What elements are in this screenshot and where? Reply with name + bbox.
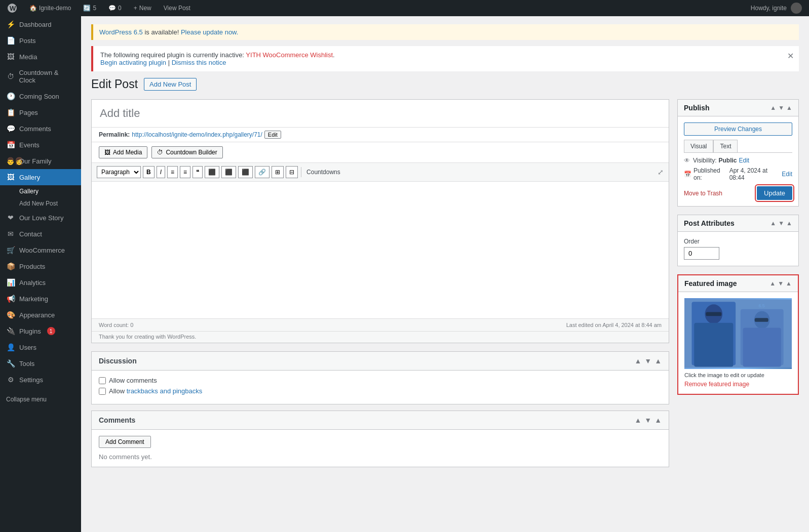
permalink-bar: Permalink: http://localhost/ignite-demo/… xyxy=(92,128,669,142)
move-to-trash-link[interactable]: Move to Trash xyxy=(684,190,722,197)
admin-bar-updates[interactable]: 🔄 5 xyxy=(80,5,99,12)
allow-comments-checkbox[interactable] xyxy=(99,377,106,384)
permalink-edit-button[interactable]: Edit xyxy=(264,131,281,139)
comments-collapse-up[interactable]: ▲ xyxy=(634,416,641,424)
update-button[interactable]: Update xyxy=(757,186,792,200)
sidebar-item-posts[interactable]: 📄 Posts xyxy=(0,32,81,49)
post-attr-expand-icon[interactable]: ▲ xyxy=(786,220,792,227)
sidebar-item-appearance[interactable]: 🎨 Appearance xyxy=(0,307,81,323)
remove-featured-image-link[interactable]: Remove featured image xyxy=(684,381,749,388)
discussion-expand[interactable]: ▲ xyxy=(654,357,662,365)
sidebar-sub-add-new-post[interactable]: Add New Post xyxy=(0,197,81,210)
sidebar-item-analytics[interactable]: 📊 Analytics xyxy=(0,274,81,291)
bold-button[interactable]: B xyxy=(143,166,155,178)
order-input[interactable] xyxy=(684,247,719,260)
discussion-collapse-down[interactable]: ▼ xyxy=(644,357,651,365)
sidebar-item-countdown[interactable]: ⏱ Countdown & Clock xyxy=(0,65,81,88)
admin-bar-site-name[interactable]: 🏠 Ignite-demo xyxy=(26,5,74,12)
align-left-button[interactable]: ⬛ xyxy=(205,166,219,178)
sidebar-item-products[interactable]: 📦 Products xyxy=(0,258,81,274)
align-right-button[interactable]: ⬛ xyxy=(238,166,253,178)
sidebar-sub-gallery[interactable]: Gallery xyxy=(0,185,81,197)
ordered-list-button[interactable]: ≡ xyxy=(180,166,190,178)
visibility-edit-link[interactable]: Edit xyxy=(739,157,749,164)
publish-down-icon[interactable]: ▼ xyxy=(778,104,784,111)
sidebar-item-users[interactable]: 👤 Users xyxy=(0,339,81,355)
activate-plugin-link[interactable]: Begin activating plugin xyxy=(100,59,166,66)
expand-editor-button[interactable]: ⤢ xyxy=(658,168,664,176)
sidebar-item-our-love-story[interactable]: ❤ Our Love Story xyxy=(0,210,81,226)
admin-bar-wp-logo[interactable]: W xyxy=(4,3,20,13)
page-title: Edit Post xyxy=(91,77,138,91)
admin-bar-howdy[interactable]: Howdy, ignite xyxy=(748,3,805,14)
post-attributes-controls[interactable]: ▲ ▼ ▲ xyxy=(770,220,792,227)
sidebar-item-tools[interactable]: 🔧 Tools xyxy=(0,355,81,372)
admin-bar-view-post[interactable]: View Post xyxy=(161,5,194,12)
admin-bar-comments[interactable]: 💬 0 xyxy=(105,5,125,12)
visual-tab[interactable]: Visual xyxy=(684,140,713,152)
sidebar-item-pages[interactable]: 📋 Pages xyxy=(0,104,81,120)
sidebar-item-dashboard[interactable]: ⚡ Dashboard xyxy=(0,16,81,32)
permalink-url-link[interactable]: http://localhost/ignite-demo/index.php/g… xyxy=(132,131,262,138)
comments-controls[interactable]: ▲ ▼ ▲ xyxy=(634,416,662,424)
align-center-button[interactable]: ⬛ xyxy=(221,166,236,178)
comments-expand[interactable]: ▲ xyxy=(654,416,662,424)
sidebar-item-woocommerce[interactable]: 🛒 WooCommerce xyxy=(0,242,81,258)
published-on-edit-link[interactable]: Edit xyxy=(782,171,792,178)
featured-image-preview[interactable]: 6.5 xyxy=(684,298,792,369)
countdowns-label: Countdowns xyxy=(306,169,340,176)
please-update-link[interactable]: Please update now. xyxy=(181,28,238,36)
wordpress-credit-link[interactable]: WordPress xyxy=(167,334,195,340)
comments-collapse-down[interactable]: ▼ xyxy=(644,416,651,424)
featured-image-caption: Click the image to edit or update xyxy=(684,372,792,378)
dismiss-notice-link[interactable]: Dismiss this notice xyxy=(172,59,226,66)
discussion-controls[interactable]: ▲ ▼ ▲ xyxy=(634,357,662,365)
sidebar-item-our-family[interactable]: 👨‍👩 Our Family xyxy=(0,153,81,169)
sidebar-item-contact[interactable]: ✉ Contact xyxy=(0,226,81,242)
admin-bar-new[interactable]: + New xyxy=(131,5,155,12)
post-title-input[interactable] xyxy=(92,100,669,128)
sidebar-item-plugins[interactable]: 🔌 Plugins 1 xyxy=(0,323,81,339)
publish-expand-icon[interactable]: ▲ xyxy=(786,104,792,111)
notice-dismiss[interactable]: ✕ xyxy=(787,51,794,61)
svg-rect-10 xyxy=(755,318,768,322)
add-media-button[interactable]: 🖼 Add Media xyxy=(99,146,147,158)
sidebar-item-events[interactable]: 📅 Events xyxy=(0,137,81,153)
sidebar-item-marketing[interactable]: 📢 Marketing xyxy=(0,291,81,307)
table-button[interactable]: ⊞ xyxy=(272,166,284,178)
editor-body[interactable] xyxy=(92,182,669,318)
plugin-name-link[interactable]: YITH WooCommerce Wishlist xyxy=(246,51,333,59)
allow-trackbacks-checkbox[interactable] xyxy=(99,388,106,395)
collapse-menu-button[interactable]: Collapse menu xyxy=(0,392,81,407)
add-new-post-button[interactable]: Add New Post xyxy=(144,78,197,91)
add-media-icon: 🖼 xyxy=(104,149,110,156)
discussion-collapse-up[interactable]: ▲ xyxy=(634,357,641,365)
our-family-icon: 👨‍👩 xyxy=(6,157,15,165)
add-comment-button[interactable]: Add Comment xyxy=(99,436,151,448)
preview-changes-button[interactable]: Preview Changes xyxy=(684,122,792,136)
sidebar-item-comments[interactable]: 💬 Comments xyxy=(0,120,81,137)
italic-button[interactable]: I xyxy=(157,166,165,178)
sidebar-item-settings[interactable]: ⚙ Settings xyxy=(0,372,81,388)
featured-img-expand-icon[interactable]: ▲ xyxy=(786,280,792,287)
sidebar-item-media[interactable]: 🖼 Media xyxy=(0,49,81,65)
publish-up-icon[interactable]: ▲ xyxy=(770,104,776,111)
more-button[interactable]: ⊟ xyxy=(286,166,298,178)
trackbacks-link[interactable]: trackbacks and pingbacks xyxy=(127,387,203,395)
sidebar-item-gallery[interactable]: 🖼 Gallery xyxy=(0,169,81,185)
text-tab[interactable]: Text xyxy=(713,140,738,152)
unordered-list-button[interactable]: ≡ xyxy=(167,166,178,178)
paragraph-format-select[interactable]: Paragraph Heading 1 Heading 2 Heading 3 xyxy=(97,166,141,178)
blockquote-button[interactable]: ❝ xyxy=(192,166,203,178)
publish-panel-controls[interactable]: ▲ ▼ ▲ xyxy=(770,104,792,111)
countdown-builder-button[interactable]: ⏱ Countdown Builder xyxy=(151,146,222,158)
featured-img-up-icon[interactable]: ▲ xyxy=(769,280,776,287)
post-attr-up-icon[interactable]: ▲ xyxy=(770,220,776,227)
link-button[interactable]: 🔗 xyxy=(255,166,269,178)
featured-image-controls[interactable]: ▲ ▼ ▲ xyxy=(769,280,792,287)
wordpress-version-link[interactable]: WordPress 6.5 xyxy=(99,28,143,36)
featured-img-down-icon[interactable]: ▼ xyxy=(778,280,784,287)
sidebar-item-coming-soon[interactable]: 🕐 Coming Soon xyxy=(0,88,81,104)
post-attr-down-icon[interactable]: ▼ xyxy=(778,220,784,227)
appearance-icon: 🎨 xyxy=(6,311,15,319)
